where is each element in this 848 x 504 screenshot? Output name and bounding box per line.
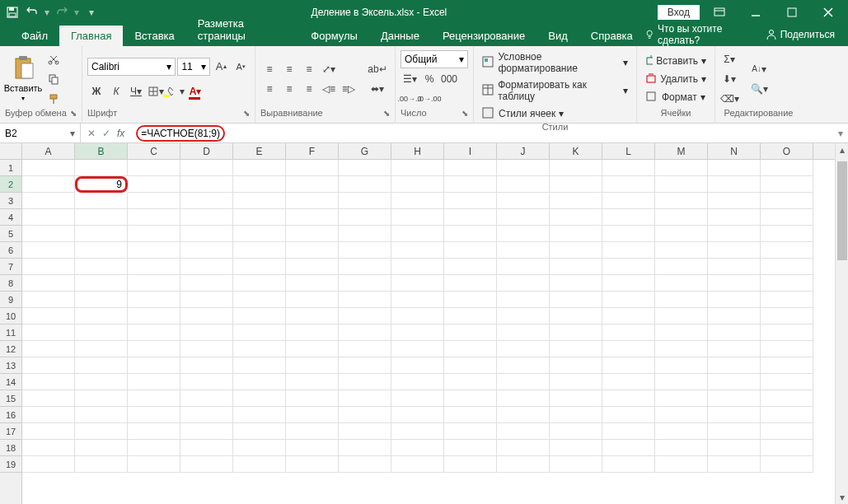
- cell-K18[interactable]: [550, 440, 602, 456]
- col-header-D[interactable]: D: [180, 143, 233, 159]
- row-header-16[interactable]: 16: [0, 407, 21, 423]
- cell-E17[interactable]: [233, 423, 286, 440]
- cell-L8[interactable]: [602, 275, 655, 292]
- cell-D15[interactable]: [180, 390, 233, 407]
- cell-B6[interactable]: [75, 242, 128, 259]
- cell-H11[interactable]: [391, 324, 444, 341]
- cell-O15[interactable]: [761, 390, 813, 407]
- cell-K2[interactable]: [550, 176, 602, 193]
- undo-dropdown-icon[interactable]: ▾: [43, 3, 51, 21]
- cell-K14[interactable]: [550, 374, 602, 390]
- cell-I7[interactable]: [444, 259, 497, 275]
- cell-J8[interactable]: [497, 275, 550, 292]
- cell-A4[interactable]: [22, 209, 75, 226]
- formula-cancel-icon[interactable]: ✕: [87, 128, 96, 139]
- cell-G6[interactable]: [339, 242, 391, 259]
- name-box[interactable]: ▾: [0, 124, 81, 142]
- cell-N5[interactable]: [708, 226, 761, 242]
- cell-N3[interactable]: [708, 193, 761, 209]
- cell-L10[interactable]: [602, 308, 655, 324]
- cell-M17[interactable]: [655, 423, 708, 440]
- col-header-G[interactable]: G: [339, 143, 391, 159]
- cell-O3[interactable]: [761, 193, 813, 209]
- tab-review[interactable]: Рецензирование: [431, 26, 536, 46]
- cell-C8[interactable]: [128, 275, 180, 292]
- ribbon-display-icon[interactable]: [703, 0, 736, 25]
- cell-I6[interactable]: [444, 242, 497, 259]
- cell-C17[interactable]: [128, 423, 180, 440]
- number-format-combo[interactable]: Общий▾: [401, 50, 468, 68]
- decrease-font-icon[interactable]: A▾: [232, 58, 250, 76]
- cell-N2[interactable]: [708, 176, 761, 193]
- cell-F14[interactable]: [286, 374, 339, 390]
- cell-A10[interactable]: [22, 308, 75, 324]
- percent-icon[interactable]: %: [420, 70, 438, 88]
- cell-J19[interactable]: [497, 456, 550, 473]
- cell-D12[interactable]: [180, 341, 233, 357]
- tab-home[interactable]: Главная: [59, 26, 123, 46]
- cell-N18[interactable]: [708, 440, 761, 456]
- cell-G7[interactable]: [339, 259, 391, 275]
- cell-A16[interactable]: [22, 407, 75, 423]
- cell-H3[interactable]: [391, 193, 444, 209]
- cell-E10[interactable]: [233, 308, 286, 324]
- cell-L19[interactable]: [602, 456, 655, 473]
- cell-C12[interactable]: [128, 341, 180, 357]
- cell-K5[interactable]: [550, 226, 602, 242]
- row-header-3[interactable]: 3: [0, 193, 21, 209]
- cell-G19[interactable]: [339, 456, 391, 473]
- cell-C7[interactable]: [128, 259, 180, 275]
- redo-icon[interactable]: [53, 3, 71, 21]
- scroll-thumb[interactable]: [837, 161, 847, 260]
- cell-I14[interactable]: [444, 374, 497, 390]
- cell-B15[interactable]: [75, 390, 128, 407]
- decrease-indent-icon[interactable]: ◁≡: [320, 80, 338, 98]
- increase-font-icon[interactable]: A▴: [212, 58, 230, 76]
- cell-D17[interactable]: [180, 423, 233, 440]
- cell-E14[interactable]: [233, 374, 286, 390]
- tab-insert[interactable]: Вставка: [123, 26, 185, 46]
- cell-A3[interactable]: [22, 193, 75, 209]
- cell-A12[interactable]: [22, 341, 75, 357]
- decrease-decimal-icon[interactable]: .0→.00: [420, 90, 438, 108]
- align-top-icon[interactable]: ≡: [260, 60, 279, 78]
- cell-C4[interactable]: [128, 209, 180, 226]
- tell-me[interactable]: Что вы хотите сделать?: [644, 23, 754, 46]
- cell-F5[interactable]: [286, 226, 339, 242]
- cell-B3[interactable]: [75, 193, 128, 209]
- cell-G9[interactable]: [339, 292, 391, 308]
- cell-M19[interactable]: [655, 456, 708, 473]
- cell-O19[interactable]: [761, 456, 813, 473]
- cell-J18[interactable]: [497, 440, 550, 456]
- cell-F15[interactable]: [286, 390, 339, 407]
- cell-H9[interactable]: [391, 292, 444, 308]
- cell-F13[interactable]: [286, 357, 339, 374]
- cell-F12[interactable]: [286, 341, 339, 357]
- cell-C10[interactable]: [128, 308, 180, 324]
- cell-B13[interactable]: [75, 357, 128, 374]
- align-middle-icon[interactable]: ≡: [280, 60, 298, 78]
- undo-icon[interactable]: [23, 3, 41, 21]
- redo-dropdown-icon[interactable]: ▾: [73, 3, 81, 21]
- cell-H2[interactable]: [391, 176, 444, 193]
- cell-F10[interactable]: [286, 308, 339, 324]
- col-header-H[interactable]: H: [391, 143, 444, 159]
- cell-J13[interactable]: [497, 357, 550, 374]
- cell-H16[interactable]: [391, 407, 444, 423]
- cell-C3[interactable]: [128, 193, 180, 209]
- cell-I11[interactable]: [444, 324, 497, 341]
- cell-H6[interactable]: [391, 242, 444, 259]
- tab-file[interactable]: Файл: [10, 26, 59, 46]
- cell-O13[interactable]: [761, 357, 813, 374]
- increase-decimal-icon[interactable]: .00→.0: [401, 90, 419, 108]
- find-select-icon[interactable]: 🔍▾: [747, 80, 771, 98]
- cell-styles-button[interactable]: Стили ячеек▾: [479, 105, 631, 122]
- cell-I2[interactable]: [444, 176, 497, 193]
- row-header-2[interactable]: 2: [0, 176, 21, 193]
- cell-N12[interactable]: [708, 341, 761, 357]
- conditional-formatting-button[interactable]: Условное форматирование▾: [479, 49, 631, 76]
- number-launcher-icon[interactable]: ⬊: [461, 109, 468, 118]
- cell-A19[interactable]: [22, 456, 75, 473]
- col-header-L[interactable]: L: [602, 143, 655, 159]
- cell-D16[interactable]: [180, 407, 233, 423]
